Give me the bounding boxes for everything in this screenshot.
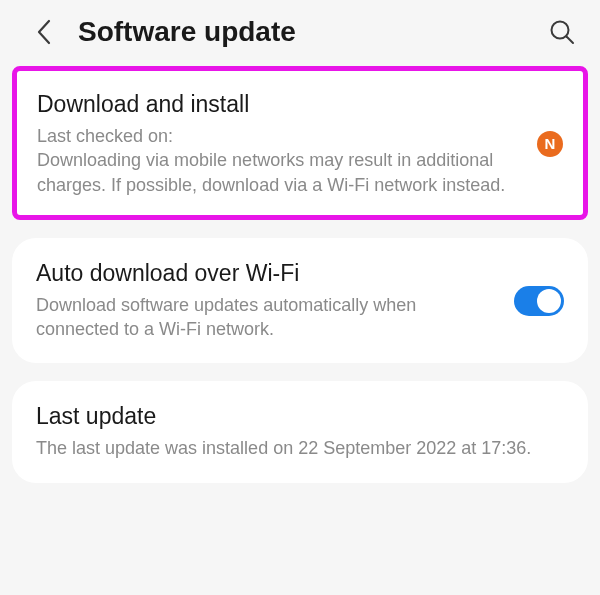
auto-download-item[interactable]: Auto download over Wi-Fi Download softwa…	[12, 238, 588, 364]
app-header: Software update	[0, 0, 600, 66]
toggle-knob-icon	[537, 289, 561, 313]
download-warning-line: Downloading via mobile networks may resu…	[37, 150, 505, 194]
auto-download-title: Auto download over Wi-Fi	[36, 260, 502, 287]
notification-badge-icon: N	[537, 131, 563, 157]
last-update-title: Last update	[36, 403, 552, 430]
card-text: Last update The last update was installe…	[36, 403, 564, 460]
last-checked-line: Last checked on:	[37, 126, 173, 146]
content-area: Download and install Last checked on: Do…	[0, 66, 600, 483]
search-icon[interactable]	[546, 16, 578, 48]
svg-line-1	[567, 37, 574, 44]
auto-download-toggle[interactable]	[514, 286, 564, 316]
card-text: Download and install Last checked on: Do…	[37, 91, 537, 197]
card-row: Download and install Last checked on: Do…	[37, 91, 563, 197]
back-icon[interactable]	[28, 16, 60, 48]
page-title: Software update	[78, 16, 546, 48]
card-text: Auto download over Wi-Fi Download softwa…	[36, 260, 514, 342]
download-install-desc: Last checked on: Downloading via mobile …	[37, 124, 525, 197]
download-install-item[interactable]: Download and install Last checked on: Do…	[12, 66, 588, 220]
card-row: Auto download over Wi-Fi Download softwa…	[36, 260, 564, 342]
last-update-desc: The last update was installed on 22 Sept…	[36, 436, 552, 460]
download-install-title: Download and install	[37, 91, 525, 118]
last-update-item[interactable]: Last update The last update was installe…	[12, 381, 588, 482]
auto-download-desc: Download software updates automatically …	[36, 293, 502, 342]
